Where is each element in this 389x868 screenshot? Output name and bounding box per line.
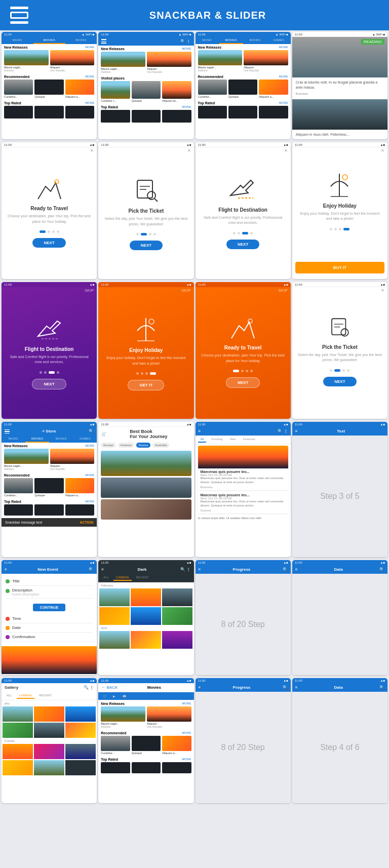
filter-europe[interactable]: Europe — [101, 443, 115, 448]
onboarding-holiday-white: 11:00▲■ ✕ Enjoy Holiday Enjoy your holid… — [292, 142, 387, 279]
dark-gal-cell-4[interactable] — [99, 607, 130, 625]
blog-tab-new[interactable]: New — [227, 437, 239, 443]
close-btn-4[interactable]: ✕ — [381, 148, 384, 153]
recommended-header-1: Recommended MORE — [2, 73, 97, 79]
tab-music-3[interactable]: MUSIC — [196, 37, 219, 44]
next-btn-purple[interactable]: NEXT — [32, 379, 66, 389]
screens-row-6: 11:00▲■ Gallery 🔍 ⋮ ALL CAMERA RECENT Ju… — [0, 677, 389, 805]
buy-it-btn[interactable]: BUY IT — [295, 262, 384, 273]
onboarding-content-3: Flight to Destination Safe and Comfort f… — [196, 147, 291, 279]
gal-cell-8[interactable] — [34, 744, 64, 759]
mv-tab-movies[interactable]: ▶ — [110, 693, 118, 699]
snackbar-action-1[interactable]: ACTION — [80, 521, 93, 524]
gal-tab-camera[interactable]: CAMERA — [17, 693, 35, 699]
purple-content: Flight to Destination Safe and Comfort f… — [2, 287, 97, 419]
book-card-1[interactable] — [101, 451, 191, 476]
dark-tab-all[interactable]: ALL — [101, 575, 111, 581]
dark-tab-camera[interactable]: CAMERA — [113, 575, 132, 581]
book-card-img-2 — [101, 478, 191, 498]
next-btn-1[interactable]: NEXT — [32, 238, 65, 248]
gal-tab-all[interactable]: ALL — [4, 693, 15, 699]
tab-movies-a[interactable]: MOVIES — [25, 436, 49, 443]
gal-cell-4[interactable] — [3, 723, 33, 738]
gal-cell-5[interactable] — [34, 723, 64, 738]
mv-new-rel: New Releases MORE — [98, 700, 193, 706]
blog-tab-trending[interactable]: Trending — [208, 437, 225, 443]
filter-russia[interactable]: Russia — [136, 443, 150, 448]
tab-music-1[interactable]: MUSIC — [2, 37, 33, 44]
step-label-8-20: 8 of 20 Step — [221, 620, 264, 629]
status-badge: READING — [361, 39, 384, 45]
rec3-thumb-1 — [198, 80, 227, 95]
dark-gal-cell-6[interactable] — [162, 607, 192, 625]
next-btn-orange2[interactable]: NEXT — [226, 377, 260, 388]
rec3-2: Quisque — [228, 80, 257, 98]
mv-tab-music[interactable]: ⬡ — [101, 693, 108, 699]
skip-btn-purple[interactable]: SKIP — [85, 288, 94, 293]
tab-books-a[interactable]: BOOKS — [49, 436, 73, 443]
close-btn-3[interactable]: ✕ — [284, 148, 288, 153]
app-header: SNACKBAR & SLIDER — [0, 0, 389, 30]
close-btn-ticket[interactable]: ✕ — [381, 288, 384, 293]
top-card-1 — [4, 106, 33, 119]
next-btn-2[interactable]: NEXT — [130, 241, 163, 250]
tab-movies-3[interactable]: MOVIES — [219, 37, 243, 44]
dark-tab-recent[interactable]: RECENT — [134, 575, 151, 581]
gal-tab-recent[interactable]: RECENT — [36, 693, 54, 699]
book-card-2[interactable] — [101, 478, 191, 498]
dark-gal-cell-5[interactable] — [131, 607, 161, 625]
ticket-content: Pick the Ticket Select the day, pick You… — [292, 287, 387, 414]
gal-cell-2[interactable] — [34, 706, 64, 722]
dark-gal-cell-8[interactable] — [131, 631, 161, 649]
tab-movies-1[interactable]: MOVIES — [33, 37, 65, 44]
skip-btn-orange[interactable]: SKIP — [181, 288, 190, 293]
skip-btn-orange-2[interactable]: SKIP — [279, 288, 288, 293]
book-card-3[interactable] — [101, 499, 191, 520]
next-btn-ticket[interactable]: NEXT — [323, 377, 356, 386]
dark-gal-cell-9[interactable] — [162, 631, 192, 649]
gal-cell-12[interactable] — [65, 760, 96, 775]
next-btn-3[interactable]: NEXT — [226, 240, 259, 249]
dark-gal-cell-1[interactable] — [99, 588, 130, 606]
close-btn-2[interactable]: ✕ — [187, 148, 191, 153]
ab-book: 🛒 Best BookFor Your Journey — [98, 427, 193, 441]
tab-books-3[interactable]: BOOKS — [243, 37, 267, 44]
dot-1 — [48, 230, 50, 233]
tab-books-1[interactable]: BOOKS — [65, 37, 97, 44]
gal-cell-3[interactable] — [65, 706, 96, 722]
tab-music-a[interactable]: MUSIC — [2, 436, 25, 443]
filter-australia[interactable]: Australia — [152, 443, 169, 448]
blog-tab-featured[interactable]: Featured — [241, 437, 258, 443]
tab-games-3[interactable]: GAMES — [267, 37, 291, 44]
screens-row-1: 11:00 ▲ WiFi ■ MUSIC MOVIES BOOKS New Re… — [0, 30, 389, 141]
dark-gal-cell-3[interactable] — [162, 588, 192, 606]
dark-gal-cell-2[interactable] — [131, 588, 161, 606]
card-2-2: Aliquam One Republic — [147, 52, 191, 73]
gal-cell-10[interactable] — [3, 760, 33, 775]
gal-cell-1[interactable] — [3, 706, 33, 722]
next-btn-orange[interactable]: GET IT — [128, 380, 164, 390]
ci-a-1: Mauris sagitt... Kidshine — [4, 449, 49, 470]
close-btn-1[interactable]: ✕ — [90, 148, 94, 153]
ab-step-4: ≡ Data 🔍 — [292, 683, 387, 692]
top3-thumb-3 — [259, 106, 288, 119]
mv-tab-books[interactable]: 📖 — [120, 693, 129, 699]
data-content-area — [292, 574, 387, 675]
article-card-2[interactable]: Maecenas quis posuere leo... Wed, Oct 15… — [198, 492, 288, 514]
ci-ta-1 — [4, 504, 33, 516]
dark-gal-cell-7[interactable] — [99, 631, 130, 649]
filter-america[interactable]: America — [118, 443, 134, 448]
gal-cell-7[interactable] — [3, 744, 33, 759]
visited-3: Aliquam ac... — [162, 81, 191, 102]
gal-cell-9[interactable] — [65, 744, 96, 759]
continue-btn[interactable]: CONTINUE — [33, 604, 66, 611]
movies-back-btn[interactable]: ← BACK — [101, 685, 118, 690]
screens-row-2: 11:00▲■ ✕ Ready to Travel Choose your de… — [0, 141, 389, 281]
gal-cell-11[interactable] — [34, 760, 64, 775]
article-text-1: Cras at lobortis velit. In eu feugiat pl… — [296, 80, 384, 90]
gal-cell-6[interactable] — [65, 723, 96, 738]
tab-games-a[interactable]: GAMES — [73, 436, 97, 443]
blog-tab-all[interactable]: All — [198, 437, 207, 443]
onboarding-dots-1 — [40, 230, 59, 233]
article-card-1[interactable]: Maecenas quis posuere leo... Wed, Oct 15… — [198, 446, 288, 490]
